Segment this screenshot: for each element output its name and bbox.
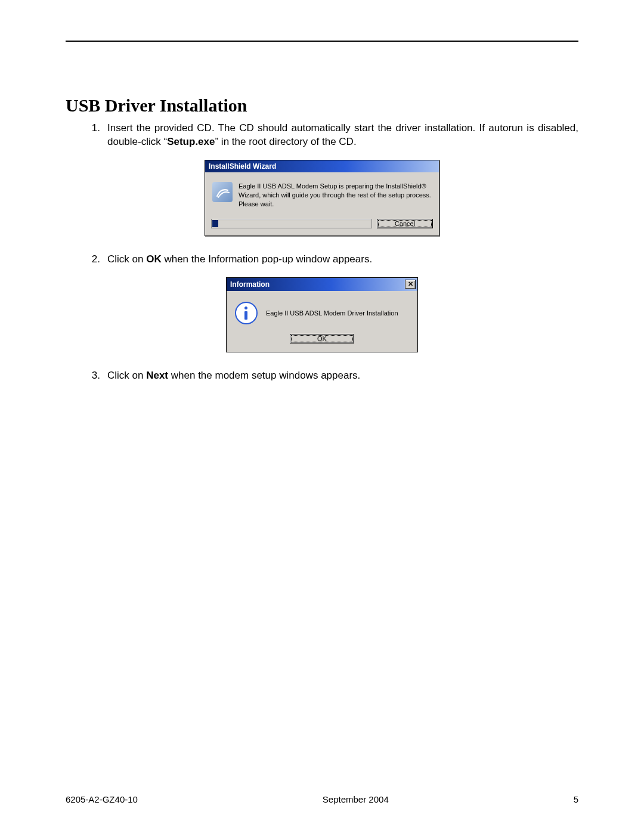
information-title-text: Information <box>230 280 270 289</box>
step-1-post: ” in the root directory of the CD. <box>215 136 356 147</box>
step-1: 1. Insert the provided CD. The CD should… <box>83 122 578 149</box>
next-label: Next <box>146 370 168 381</box>
step-3-number: 3. <box>83 369 107 383</box>
footer-page-number: 5 <box>574 794 578 804</box>
installshield-message: Eagle II USB ADSL Modem Setup is prepari… <box>239 182 432 209</box>
step-2-pre: Click on <box>107 253 146 265</box>
information-message: Eagle II USB ADSL Modem Driver Installat… <box>266 309 398 317</box>
step-3: 3. Click on Next when the modem setup wi… <box>83 369 578 383</box>
installshield-titlebar: InstallShield Wizard <box>205 160 439 172</box>
cancel-button[interactable]: Cancel <box>377 219 433 228</box>
step-3-text: Click on Next when the modem setup windo… <box>107 369 578 383</box>
step-2-text: Click on OK when the Information pop-up … <box>107 253 578 267</box>
page-heading: USB Driver Installation <box>66 95 578 116</box>
info-icon <box>235 302 258 324</box>
step-3-post: when the modem setup windows appears. <box>168 370 360 381</box>
installshield-dialog: InstallShield Wizard Eagle II USB ADSL M… <box>205 160 439 237</box>
information-titlebar: Information ✕ <box>227 278 417 291</box>
footer-date: September 2004 <box>323 794 389 804</box>
progress-fill <box>212 220 218 227</box>
step-1-text: Insert the provided CD. The CD should au… <box>107 122 578 149</box>
footer-doc-id: 6205-A2-GZ40-10 <box>66 794 138 804</box>
page-footer: 6205-A2-GZ40-10 September 2004 5 <box>66 794 578 804</box>
installshield-icon <box>212 182 233 202</box>
step-1-number: 1. <box>83 122 107 149</box>
step-2-post: when the Information pop-up window appea… <box>162 253 372 265</box>
top-rule <box>66 41 578 42</box>
ok-label: OK <box>146 253 162 265</box>
setup-exe-label: Setup.exe <box>167 136 215 147</box>
ok-button[interactable]: OK <box>290 334 354 343</box>
progress-bar <box>211 219 372 228</box>
step-3-pre: Click on <box>107 370 146 381</box>
close-button[interactable]: ✕ <box>405 280 416 289</box>
information-dialog: Information ✕ Eagle II USB ADSL Modem Dr… <box>226 277 418 352</box>
step-2-number: 2. <box>83 253 107 267</box>
step-2: 2. Click on OK when the Information pop-… <box>83 253 578 267</box>
